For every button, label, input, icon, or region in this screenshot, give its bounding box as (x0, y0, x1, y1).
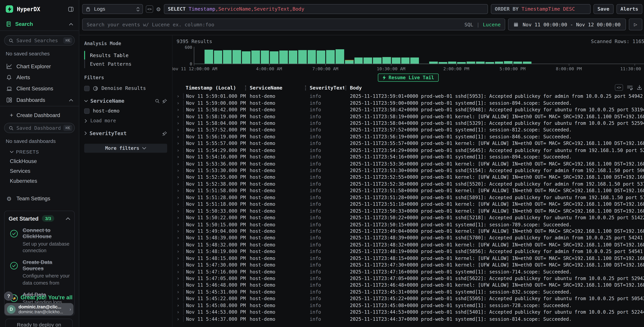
row-expander-icon[interactable]: › (176, 229, 183, 234)
table-row[interactable]: ›Nov 11 5:52:38.000 PMhost-demoinfo2025-… (176, 180, 644, 187)
histogram-bar[interactable] (382, 47, 391, 64)
histogram-bar[interactable] (429, 47, 438, 64)
histogram-bar[interactable] (504, 47, 513, 64)
download-icon[interactable] (636, 84, 642, 90)
row-expander-icon[interactable]: › (176, 168, 183, 173)
resume-live-tail-button[interactable]: Resume Live Tail (378, 74, 438, 82)
table-row[interactable]: ›Nov 11 5:47:30.000 PMhost-demoinfo2025-… (176, 262, 644, 268)
histogram-bar[interactable] (485, 47, 494, 64)
histogram-bar[interactable] (260, 47, 270, 64)
column-header-servicename[interactable]: ServiceName (247, 85, 304, 91)
row-expander-icon[interactable]: › (176, 100, 183, 106)
create-dashboard-button[interactable]: + Create Dashboard (0, 106, 79, 118)
row-expander-icon[interactable]: › (176, 262, 183, 268)
table-row[interactable]: ›Nov 11 5:51:18.000 PMhost-demoinfo2025-… (176, 201, 644, 208)
column-resize-handle[interactable] (346, 86, 348, 90)
row-expander-icon[interactable]: › (176, 195, 183, 200)
date-range-picker[interactable]: Nov 11 00:00:00 - Nov 12 00:00:00 (508, 18, 626, 30)
filter-group-severitytext[interactable]: SeverityText (84, 130, 167, 136)
histogram-bar[interactable] (597, 47, 606, 64)
row-expander-icon[interactable]: › (176, 182, 183, 186)
row-expander-icon[interactable]: › (176, 148, 183, 153)
row-expander-icon[interactable]: › (176, 222, 183, 227)
histogram-bar[interactable] (279, 47, 288, 64)
run-query-button[interactable]: ▷ (629, 18, 642, 30)
column-header-body[interactable]: Body (348, 85, 644, 91)
histogram-bar[interactable] (550, 47, 560, 64)
histogram-bar[interactable] (316, 47, 326, 64)
denoise-results-checkbox[interactable]: Denoise Results (84, 86, 167, 91)
checkbox[interactable] (84, 108, 90, 114)
sidebar-item-client-sessions[interactable]: Client Sessions (0, 83, 79, 94)
row-expander-icon[interactable]: › (176, 114, 183, 119)
table-row[interactable]: ›Nov 11 5:51:58.000 PMhost-demoinfo2025-… (176, 187, 644, 194)
table-row[interactable]: ›Nov 11 5:48:15.000 PMhost-demoinfo2025-… (176, 255, 644, 262)
histogram-bar[interactable] (298, 47, 307, 64)
pin-icon[interactable] (162, 131, 167, 136)
histogram-bar[interactable] (410, 47, 419, 64)
histogram-bar[interactable] (401, 47, 410, 64)
get-started-step-connect[interactable]: Connect to ClickHouseSet up your databas… (8, 227, 70, 254)
histogram-bar[interactable] (626, 47, 635, 64)
row-expander-icon[interactable]: › (176, 256, 183, 260)
load-more-button[interactable]: Load more (84, 118, 167, 124)
preset-services[interactable]: Services (0, 164, 79, 174)
row-expander-icon[interactable]: › (176, 188, 183, 193)
sidebar-item-search[interactable]: Search (0, 18, 79, 31)
sidebar-item-alerts[interactable]: Alerts (0, 72, 79, 83)
table-row[interactable]: ›Nov 11 5:45:31.000 PMhost-demoinfo2025-… (176, 288, 644, 295)
code-toggle-button[interactable]: <> (146, 6, 153, 13)
table-row[interactable]: ›Nov 11 5:44:37.000 PMhost-demoinfo2025-… (176, 316, 644, 322)
row-expander-icon[interactable]: › (176, 202, 183, 206)
lang-sql-toggle[interactable]: SQL (464, 22, 473, 27)
help-button[interactable]: ? (4, 292, 13, 300)
column-resize-handle[interactable] (245, 86, 247, 90)
row-expander-icon[interactable]: › (176, 296, 183, 301)
row-expander-icon[interactable]: › (176, 141, 183, 146)
column-header-timestamp[interactable]: Timestamp (Local) (183, 85, 244, 91)
table-row[interactable]: ›Nov 11 5:50:22.000 PMhost-demoinfo2025-… (176, 214, 644, 221)
query-settings-gear-icon[interactable]: ⚙ (156, 6, 161, 12)
checkbox[interactable] (84, 86, 90, 91)
column-resize-handle[interactable] (305, 86, 307, 90)
table-row[interactable]: ›Nov 11 5:47:16.000 PMhost-demoinfo2025-… (176, 268, 644, 275)
histogram-bar[interactable] (476, 47, 485, 64)
row-expander-icon[interactable]: › (176, 154, 183, 159)
row-expander-icon[interactable]: › (176, 249, 183, 254)
table-row[interactable]: ›Nov 11 5:55:57.000 PMhost-demoinfo2025-… (176, 140, 644, 147)
histogram-bar[interactable] (270, 47, 279, 64)
table-row[interactable]: ›Nov 11 5:59:00.000 PMhost-demoinfo2025-… (176, 100, 644, 106)
histogram-bar[interactable] (213, 47, 223, 64)
table-row[interactable]: ›Nov 11 5:44:53.000 PMhost-demoinfo2025-… (176, 309, 644, 316)
table-row[interactable]: ›Nov 11 5:54:29.000 PMhost-demoinfo2025-… (176, 147, 644, 154)
saved-dashboards-input[interactable]: Saved Dashboards ⌘K (4, 123, 75, 133)
pin-icon[interactable] (162, 98, 167, 103)
source-select[interactable]: Logs (82, 4, 143, 14)
mode-results-table[interactable]: Results Table (84, 51, 167, 60)
sidebar-item-chart-explorer[interactable]: Chart Explorer (0, 61, 79, 72)
histogram-bar[interactable] (419, 47, 428, 64)
histogram-bar[interactable] (194, 47, 204, 64)
search-input[interactable]: Search your events w/ Lucene ex. column:… (82, 18, 505, 30)
table-row[interactable]: ›Nov 11 5:48:39.000 PMhost-demoinfo2025-… (176, 234, 644, 241)
row-expander-icon[interactable]: › (176, 283, 183, 288)
histogram-bar[interactable] (307, 47, 316, 64)
row-expander-icon[interactable]: › (176, 236, 183, 240)
histogram-bar[interactable] (494, 47, 504, 64)
row-expander-icon[interactable]: › (176, 107, 183, 112)
table-row[interactable]: ›Nov 11 5:45:22.000 PMhost-demoinfo2025-… (176, 295, 644, 302)
row-expander-icon[interactable]: › (176, 94, 183, 99)
row-expander-icon[interactable]: › (176, 242, 183, 247)
table-row[interactable]: ›Nov 11 5:48:32.000 PMhost-demoinfo2025-… (176, 241, 644, 248)
histogram-bar[interactable] (578, 47, 588, 64)
table-row[interactable]: ›Nov 11 5:53:36.000 PMhost-demoinfo2025-… (176, 160, 644, 167)
histogram-bar[interactable] (223, 47, 232, 64)
row-expander-icon[interactable]: › (176, 175, 183, 180)
histogram-bar[interactable] (513, 47, 522, 64)
column-header-severitytext[interactable]: SeverityText (307, 85, 344, 91)
histogram-bar[interactable] (569, 47, 578, 64)
table-row[interactable]: ›Nov 11 5:54:16.000 PMhost-demoinfo2025-… (176, 154, 644, 160)
wrap-lines-icon[interactable] (627, 85, 633, 90)
preset-kubernetes[interactable]: Kubernetes (0, 174, 79, 184)
sidebar-item-team-settings[interactable]: ⚙ Team Settings (0, 193, 79, 204)
